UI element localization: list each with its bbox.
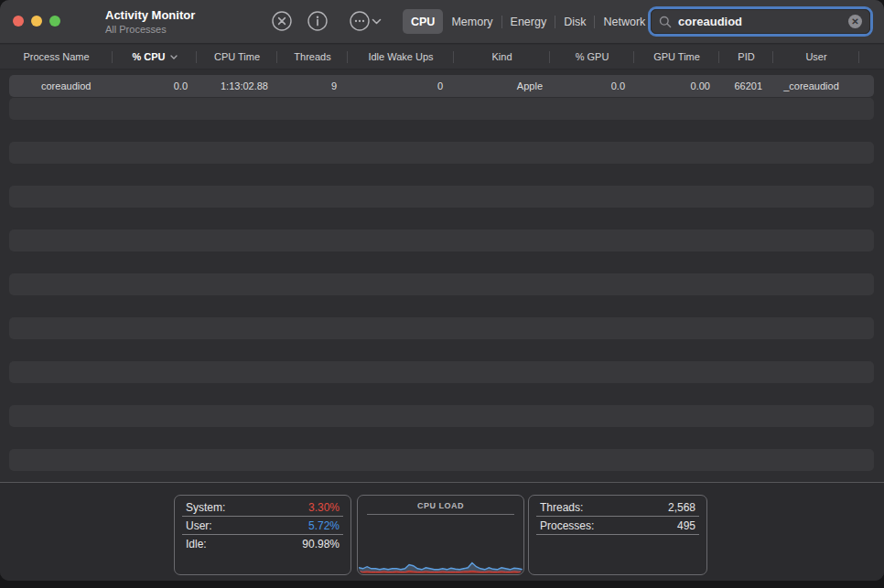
- column-header-gpu[interactable]: % GPU: [550, 45, 634, 69]
- stat-row: Processes:495: [536, 517, 699, 535]
- cell-idle-wake-ups: 0: [348, 75, 454, 97]
- stat-value: 2,568: [668, 501, 695, 514]
- empty-row-stripe: [9, 317, 874, 339]
- threads-processes-box: Threads:2,568Processes:495: [528, 495, 707, 575]
- column-header-label: Kind: [491, 51, 512, 62]
- clear-search-icon[interactable]: ✕: [848, 15, 862, 28]
- stat-label: Idle:: [186, 538, 207, 551]
- column-header-user[interactable]: User: [773, 45, 859, 69]
- stat-row: Threads:2,568: [536, 498, 699, 517]
- circle-x-icon: [272, 11, 292, 31]
- cell-cpu-time: 1:13:02.88: [197, 75, 277, 97]
- stat-value: 3.30%: [308, 501, 340, 514]
- column-header-label: Process Name: [23, 51, 89, 62]
- cpu-load-underline: [367, 514, 514, 515]
- cell-pid: 66201: [719, 75, 773, 97]
- column-header-kind[interactable]: Kind: [454, 45, 550, 69]
- cell-cpu: 0.0: [113, 75, 197, 97]
- cell-threads: 9: [277, 75, 348, 97]
- empty-row-stripe: [9, 273, 874, 295]
- column-header-gpu-time[interactable]: GPU Time: [634, 45, 719, 69]
- stat-row: Idle:90.98%: [182, 535, 343, 553]
- window-subtitle: All Processes: [105, 23, 195, 36]
- cpu-load-box: CPU LOAD: [357, 495, 524, 575]
- footer-stats: System:3.30%User:5.72%Idle:90.98% CPU LO…: [0, 482, 884, 581]
- column-header-idle-wake-ups[interactable]: Idle Wake Ups: [348, 45, 454, 69]
- stat-value: 495: [677, 519, 695, 532]
- minimize-window-button[interactable]: [31, 16, 42, 27]
- cell-gpu: 0.0: [550, 75, 634, 97]
- info-icon: [307, 11, 328, 31]
- column-header-label: Threads: [294, 51, 330, 62]
- stat-row: System:3.30%: [182, 498, 343, 517]
- empty-row-stripe: [9, 361, 874, 383]
- column-header-threads[interactable]: Threads: [277, 45, 348, 69]
- column-header-process-name[interactable]: Process Name: [0, 45, 113, 69]
- more-options-button[interactable]: [347, 8, 372, 34]
- column-header-label: CPU Time: [214, 51, 260, 62]
- cell-user: _coreaudiod: [773, 75, 849, 97]
- column-header-pid[interactable]: PID: [719, 45, 773, 69]
- close-window-button[interactable]: [13, 16, 24, 27]
- search-icon: [659, 16, 672, 28]
- table-header: Process Name% CPUCPU TimeThreadsIdle Wak…: [0, 45, 884, 69]
- column-header-label: % GPU: [576, 51, 609, 62]
- stat-label: Threads:: [540, 501, 583, 514]
- table-row[interactable]: coreaudiod0.01:13:02.8890Apple0.00.00662…: [9, 75, 874, 97]
- search-field-focus-ring: coreaudiod ✕: [648, 6, 873, 37]
- empty-row-stripe: [9, 230, 874, 251]
- stat-value: 90.98%: [302, 538, 340, 551]
- tab-network[interactable]: Network: [595, 9, 653, 34]
- chevron-down-icon: [372, 18, 382, 25]
- empty-row-stripe: [9, 142, 874, 164]
- stat-row: User:5.72%: [182, 517, 343, 535]
- tab-memory[interactable]: Memory: [443, 9, 501, 34]
- stat-label: Processes:: [540, 519, 594, 532]
- header-spacer: [859, 45, 884, 69]
- sort-descending-icon: [170, 55, 178, 59]
- quit-process-button[interactable]: [269, 8, 295, 34]
- cell-process-name: coreaudiod: [9, 75, 113, 97]
- activity-monitor-window: Activity Monitor All Processes: [0, 0, 884, 581]
- empty-row-stripe: [9, 98, 874, 120]
- empty-row-stripe: [9, 449, 874, 471]
- stat-value: 5.72%: [308, 519, 340, 532]
- process-table: coreaudiod0.01:13:02.8890Apple0.00.00662…: [0, 69, 884, 482]
- window-controls: [13, 16, 60, 27]
- search-input[interactable]: coreaudiod ✕: [651, 9, 870, 34]
- column-header-label: GPU Time: [653, 51, 700, 62]
- view-tabs: CPUMemoryEnergyDiskNetwork: [403, 9, 653, 34]
- tab-cpu[interactable]: CPU: [403, 9, 443, 34]
- column-header-label: User: [805, 51, 826, 62]
- title-block: Activity Monitor All Processes: [105, 7, 195, 36]
- column-header-cpu[interactable]: % CPU: [113, 45, 197, 69]
- window-title: Activity Monitor: [105, 7, 195, 23]
- toolbar: Activity Monitor All Processes: [0, 0, 884, 44]
- empty-row-stripe: [9, 405, 874, 427]
- column-header-label: % CPU: [132, 51, 165, 62]
- tab-disk[interactable]: Disk: [555, 9, 594, 34]
- column-header-label: Idle Wake Ups: [368, 51, 433, 62]
- cpu-load-graph: [359, 550, 523, 573]
- cell-gpu-time: 0.00: [634, 75, 719, 97]
- stat-label: User:: [186, 519, 212, 532]
- cpu-percent-box: System:3.30%User:5.72%Idle:90.98%: [174, 495, 351, 575]
- inspect-process-button[interactable]: [305, 8, 330, 34]
- ellipsis-circle-icon: [350, 11, 370, 31]
- cpu-load-title: CPU LOAD: [358, 497, 523, 514]
- tab-energy[interactable]: Energy: [502, 9, 555, 34]
- cell-kind: Apple: [454, 75, 550, 97]
- empty-row-stripe: [9, 186, 874, 208]
- column-header-label: PID: [738, 51, 754, 62]
- column-header-cpu-time[interactable]: CPU Time: [197, 45, 277, 69]
- stat-label: System:: [186, 501, 225, 514]
- search-value: coreaudiod: [678, 15, 848, 28]
- zoom-window-button[interactable]: [49, 16, 60, 27]
